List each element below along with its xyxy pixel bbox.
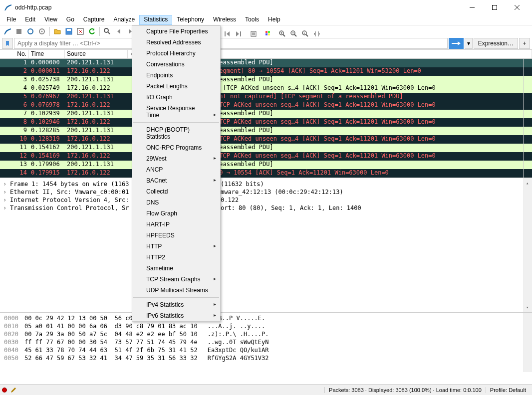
minimize-button[interactable]	[461, 0, 483, 15]
statistics-menu-dropdown: Capture File PropertiesResolved Addresse…	[132, 25, 221, 322]
start-capture-icon[interactable]	[2, 26, 13, 37]
packet-row[interactable]: 70.102939200.121.1.1311454[TCP segment o…	[0, 110, 532, 118]
packet-row[interactable]: 30.025738200.121.1.1311454[TCP segment o…	[0, 76, 532, 84]
menu-item-hart-ip[interactable]: HART-IP	[132, 219, 220, 230]
expression-button[interactable]: Expression…	[474, 38, 518, 49]
apply-filter-button[interactable]	[449, 38, 464, 49]
svg-rect-22	[268, 31, 270, 33]
menu-item-service-response-time[interactable]: Service Response Time	[132, 103, 220, 121]
column-header-no[interactable]: No.	[0, 50, 29, 58]
menu-item-resolved-addresses[interactable]: Resolved Addresses	[132, 37, 220, 48]
menu-capture[interactable]: Capture	[79, 15, 109, 25]
maximize-button[interactable]	[483, 0, 506, 15]
menu-help[interactable]: Help	[264, 15, 285, 25]
column-header-time[interactable]: Time	[29, 50, 65, 58]
menu-item-flow-graph[interactable]: Flow Graph	[132, 208, 220, 219]
column-header-src[interactable]: Source	[65, 50, 128, 58]
packet-row[interactable]: 50.076967200.121.1.1311454[TCP Previous …	[0, 93, 532, 101]
packet-row[interactable]: 10.000000200.121.1.1311454[TCP segment o…	[0, 59, 532, 67]
zoom-out-icon[interactable]	[288, 28, 299, 39]
edit-capture-icon[interactable]	[10, 387, 17, 394]
packet-row[interactable]: 110.154162200.121.1.1311454[TCP segment …	[0, 144, 532, 152]
packet-row[interactable]: 60.076978172.16.0.12254[TCP Dup ACK 2#1]…	[0, 101, 532, 110]
restart-capture-icon[interactable]	[25, 26, 36, 37]
bookmark-filter-icon[interactable]	[2, 38, 13, 49]
open-icon[interactable]	[52, 26, 63, 37]
menu-item-ipv4-statistics[interactable]: IPv4 Statistics	[132, 299, 220, 310]
close-file-icon[interactable]	[75, 26, 86, 37]
svg-rect-23	[266, 33, 267, 35]
menu-item-29west[interactable]: 29West	[132, 153, 220, 164]
menu-analyze[interactable]: Analyze	[109, 15, 140, 25]
menu-item-sametime[interactable]: Sametime	[132, 263, 220, 274]
stop-capture-icon[interactable]	[13, 26, 24, 37]
expert-info-icon[interactable]	[2, 388, 7, 393]
details-scrollbar[interactable]	[524, 178, 532, 312]
svg-rect-4	[16, 29, 21, 34]
menu-item-conversations[interactable]: Conversations	[132, 59, 220, 70]
menu-wireless[interactable]: Wireless	[209, 15, 241, 25]
menu-item-capture-file-properties[interactable]: Capture File Properties	[132, 26, 220, 37]
colorize-icon[interactable]	[263, 28, 274, 39]
svg-rect-9	[67, 29, 71, 31]
menu-telephony[interactable]: Telephony	[172, 15, 209, 25]
svg-line-14	[108, 32, 110, 34]
go-last-icon[interactable]	[233, 28, 244, 39]
packet-list-pane: No.TimeSourceengthInfo 10.000000200.121.…	[0, 49, 532, 178]
packet-row[interactable]: 80.102946172.16.0.12254[TCP Dup ACK 2#2]…	[0, 118, 532, 127]
menu-item-protocol-hierarchy[interactable]: Protocol Hierarchy	[132, 48, 220, 59]
status-packets: Packets: 3083 · Displayed: 3083 (100.0%)…	[324, 387, 486, 393]
statusbar: Packets: 3083 · Displayed: 3083 (100.0%)…	[0, 384, 532, 395]
packet-row[interactable]: 120.154169172.16.0.12254[TCP Dup ACK 2#4…	[0, 152, 532, 161]
menu-item-onc-rpc-programs[interactable]: ONC-RPC Programs	[132, 142, 220, 153]
zoom-in-icon[interactable]	[277, 28, 288, 39]
menu-item-tcp-stream-graphs[interactable]: TCP Stream Graphs	[132, 274, 220, 285]
zoom-reset-icon[interactable]: 1	[300, 28, 311, 39]
packet-row[interactable]: 100.128319172.16.0.12254[TCP Dup ACK 2#3…	[0, 135, 532, 144]
filter-history-dropdown[interactable]: ▾	[465, 38, 473, 49]
autoscroll-icon[interactable]	[248, 28, 259, 39]
menu-item-ipv6-statistics[interactable]: IPv6 Statistics	[132, 310, 220, 321]
packet-bytes-pane[interactable]: 000000100020003000400050 00 0c 29 42 12 …	[0, 312, 532, 372]
menu-item-http2[interactable]: HTTP2	[132, 252, 220, 263]
menu-item-http[interactable]: HTTP	[132, 241, 220, 252]
menu-item-collectd[interactable]: Collectd	[132, 186, 220, 197]
bytes-scrollbar[interactable]	[524, 313, 532, 372]
go-first-icon[interactable]	[222, 28, 233, 39]
packet-minimap[interactable]	[523, 59, 532, 178]
save-icon[interactable]	[63, 26, 74, 37]
options-icon[interactable]	[36, 26, 47, 37]
menu-file[interactable]: File	[2, 15, 20, 25]
svg-point-7	[41, 31, 43, 32]
menu-item-dns[interactable]: DNS	[132, 197, 220, 208]
add-filter-button[interactable]: +	[519, 38, 530, 49]
menu-go[interactable]: Go	[62, 15, 79, 25]
close-button[interactable]	[506, 0, 528, 15]
menu-statistics[interactable]: Statistics	[139, 15, 172, 25]
reload-icon[interactable]	[86, 26, 97, 37]
svg-rect-21	[266, 31, 267, 33]
menu-item-hpfeeds[interactable]: HPFEEDS	[132, 230, 220, 241]
menu-item-endpoints[interactable]: Endpoints	[132, 70, 220, 81]
status-profile[interactable]: Profile: Default	[486, 387, 530, 393]
packet-details-pane[interactable]: ›Frame 1: 1454 bytes on wire (1163›Ether…	[0, 178, 532, 312]
menu-item-i-o-graph[interactable]: I/O Graph	[132, 92, 220, 103]
back-icon[interactable]	[113, 26, 124, 37]
menu-item-ancp[interactable]: ANCP	[132, 164, 220, 175]
find-icon[interactable]	[102, 26, 113, 37]
packet-row[interactable]: 90.128285200.121.1.1311454[TCP segment o…	[0, 127, 532, 135]
packet-row[interactable]: 20.000011172.16.0.12254[TCP ACKed unseen…	[0, 67, 532, 76]
display-filter-input[interactable]	[14, 38, 448, 49]
menu-view[interactable]: View	[40, 15, 62, 25]
window-title: odd-http.pcap	[15, 4, 461, 11]
resize-columns-icon[interactable]	[311, 28, 322, 39]
menu-item-packet-lengths[interactable]: Packet Lengths	[132, 81, 220, 92]
packet-row[interactable]: 130.179906200.121.1.1311454[TCP segment …	[0, 161, 532, 169]
menu-edit[interactable]: Edit	[20, 15, 40, 25]
packet-row[interactable]: 40.025749172.16.0.12254[TCP Window Updat…	[0, 84, 532, 93]
packet-row[interactable]: 140.179915172.16.0.12254[TCP Dup ACK 2#5…	[0, 169, 532, 178]
menu-tools[interactable]: Tools	[241, 15, 264, 25]
menu-item-bacnet[interactable]: BACnet	[132, 175, 220, 186]
menu-item-udp-multicast-streams[interactable]: UDP Multicast Streams	[132, 285, 220, 296]
menu-item-dhcp-bootp-statistics[interactable]: DHCP (BOOTP) Statistics	[132, 124, 220, 142]
